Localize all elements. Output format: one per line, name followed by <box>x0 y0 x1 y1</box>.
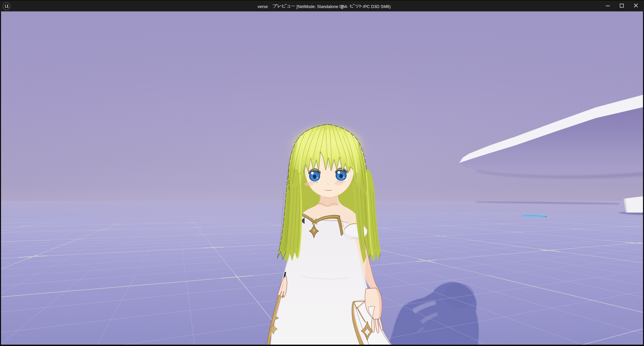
svg-text:/PC D3D SM6): /PC D3D SM6) <box>363 4 391 9</box>
svg-text:[NetMode: Standalone 0]: [NetMode: Standalone 0] <box>297 4 343 9</box>
svg-text:verse: verse <box>258 4 268 9</box>
svg-text:(64-: (64- <box>341 4 348 9</box>
